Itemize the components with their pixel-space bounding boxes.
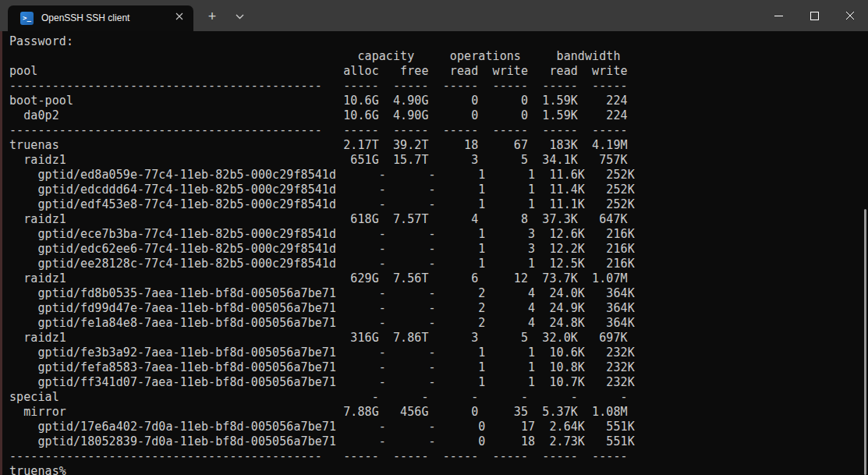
minimize-button[interactable]: [760, 0, 796, 31]
terminal-line: truenas 2.17T 39.2T 18 67 183K 4.19M: [9, 138, 868, 153]
caption-buttons: [760, 0, 868, 31]
vertical-scrollbar-thumb[interactable]: [864, 209, 866, 475]
tab-close-icon[interactable]: [173, 12, 186, 25]
tab-title: OpenSSH SSH client: [41, 5, 173, 31]
terminal-line: gptid/edf453e8-77c4-11eb-82b5-000c29f854…: [9, 197, 868, 212]
terminal-line: gptid/ee28128c-77c4-11eb-82b5-000c29f854…: [9, 257, 868, 271]
terminal-line: gptid/fe3b3a92-7aea-11eb-bf8d-005056a7be…: [9, 346, 868, 360]
terminal-line: special - - - - - -: [9, 390, 868, 405]
terminal-line: gptid/edcddd64-77c4-11eb-82b5-000c29f854…: [9, 183, 868, 197]
terminal-line: da0p2 10.6G 4.90G 0 0 1.59K 224: [9, 108, 868, 123]
terminal-line: gptid/fd99d47e-7aea-11eb-bf8d-005056a7be…: [9, 301, 868, 316]
terminal-line: Password:: [9, 34, 868, 49]
close-button[interactable]: [832, 0, 868, 31]
maximize-button[interactable]: [796, 0, 832, 31]
terminal-line: mirror 7.88G 456G 0 35 5.37K 1.08M: [9, 405, 868, 420]
terminal-line: gptid/fd8b0535-7aea-11eb-bf8d-005056a7be…: [9, 286, 868, 301]
titlebar: >_ OpenSSH SSH client +: [0, 0, 868, 31]
terminal-line: gptid/ed8a059e-77c4-11eb-82b5-000c29f854…: [9, 168, 868, 183]
terminal-line: raidz1 618G 7.57T 4 8 37.3K 647K: [9, 212, 868, 227]
terminal-line: capacity operations bandwidth: [9, 49, 868, 64]
tab-dropdown-chevron-icon[interactable]: [229, 5, 250, 27]
terminal-line: ----------------------------------------…: [9, 123, 868, 138]
terminal-line: raidz1 629G 7.56T 6 12 73.7K 1.07M: [9, 271, 868, 286]
terminal-line: ----------------------------------------…: [9, 79, 868, 94]
terminal-line: ----------------------------------------…: [9, 449, 868, 464]
terminal-line: truenas%: [9, 464, 868, 475]
terminal-line: gptid/edc62ee6-77c4-11eb-82b5-000c29f854…: [9, 242, 868, 257]
terminal-line: gptid/18052839-7d0a-11eb-bf8d-005056a7be…: [9, 434, 868, 449]
new-tab-button[interactable]: +: [201, 5, 223, 27]
openssh-terminal-icon: >_: [20, 12, 34, 25]
terminal-window: >_ OpenSSH SSH client +: [0, 0, 868, 475]
terminal-line: boot-pool 10.6G 4.90G 0 0 1.59K 224: [9, 94, 868, 108]
terminal-line: gptid/ff341d07-7aea-11eb-bf8d-005056a7be…: [9, 375, 868, 390]
terminal-line: raidz1 316G 7.86T 3 5 32.0K 697K: [9, 331, 868, 346]
terminal-line: gptid/17e6a402-7d0a-11eb-bf8d-005056a7be…: [9, 420, 868, 434]
tab-openssh-ssh-client[interactable]: >_ OpenSSH SSH client: [8, 5, 193, 31]
terminal-line: raidz1 651G 15.7T 3 5 34.1K 757K: [9, 153, 868, 168]
terminal-output[interactable]: Password: capacity operations bandwidth …: [0, 31, 868, 475]
terminal-line: gptid/ece7b3ba-77c4-11eb-82b5-000c29f854…: [9, 227, 868, 242]
terminal-line: gptid/fe1a84e8-7aea-11eb-bf8d-005056a7be…: [9, 316, 868, 331]
terminal-line: gptid/fefa8583-7aea-11eb-bf8d-005056a7be…: [9, 360, 868, 375]
terminal-line: pool alloc free read write read write: [9, 64, 868, 79]
